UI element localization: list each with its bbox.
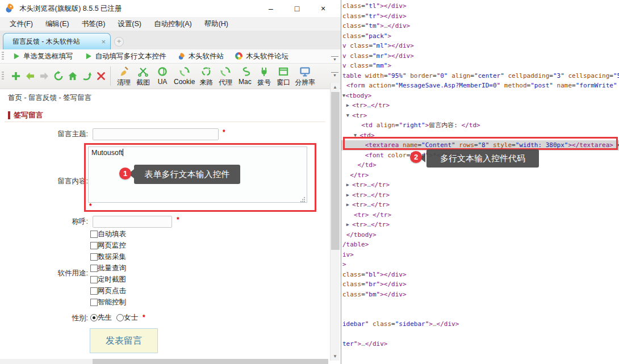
nav-add-button[interactable]	[9, 69, 23, 83]
code-line[interactable]: ▶ <tr>…</tr>	[342, 200, 619, 210]
required-mark: *	[177, 216, 179, 224]
minimize-button[interactable]: –	[258, 0, 284, 17]
nav-home-button[interactable]	[66, 69, 80, 83]
menu-item-help[interactable]: 帮助(H)	[198, 17, 235, 31]
usage-option-row: 定时截图	[90, 274, 126, 284]
checkbox[interactable]	[90, 253, 98, 261]
checkbox[interactable]	[90, 242, 98, 249]
gender-radio[interactable]	[90, 314, 98, 321]
tool-cookie[interactable]: Cookie	[172, 65, 196, 86]
tool-referer[interactable]: 来路	[196, 65, 216, 88]
code-line[interactable]: iv>	[342, 250, 619, 260]
code-line[interactable]: class="bm"></div>	[342, 290, 619, 300]
plug-icon	[258, 66, 270, 77]
bookmark-label: 自动填写多行文本控件	[95, 52, 166, 61]
tool-window[interactable]: 窗口	[274, 65, 293, 88]
code-line[interactable]: ▶ <tr>…</tr>	[342, 101, 619, 111]
code-line[interactable]: class="bl"></div>	[342, 270, 619, 280]
code-line[interactable]: class="pack">	[342, 31, 619, 41]
usage-option-row: 智能控制	[90, 297, 126, 307]
code-line[interactable]: /table>	[342, 240, 619, 250]
menu-item-automation[interactable]: 自动控制(A)	[148, 17, 198, 31]
usage-option-row: 自动填表	[90, 229, 126, 239]
tool-screenshot[interactable]: 截图	[133, 65, 153, 88]
close-button[interactable]: ×	[310, 0, 336, 17]
new-tab-button[interactable]: +	[114, 37, 124, 47]
code-line[interactable]: class="tm">…</div>	[342, 21, 619, 31]
code-line[interactable]: </tr>	[342, 170, 619, 181]
tool-resolution[interactable]: 分辨率	[293, 65, 317, 88]
tab-active[interactable]: 留言反馈 - 木头软件站 ×	[3, 33, 111, 49]
vertical-scrollbar[interactable]: ▲ ▼	[330, 83, 340, 361]
tool-clean[interactable]: 清理	[114, 65, 133, 88]
scroll-down-icon[interactable]: ▼	[331, 352, 340, 361]
code-line[interactable]	[342, 329, 619, 340]
code-line[interactable]: idebar" class="sidebar">…</div>	[342, 319, 619, 329]
checkbox[interactable]	[90, 287, 98, 295]
code-line[interactable]: ▶ <tr>…</tr>	[342, 180, 619, 190]
tool-mac[interactable]: Mac	[235, 65, 254, 86]
scroll-up-icon[interactable]: ▲	[331, 83, 340, 91]
annotation-tooltip-1: 表单多行文本输入控件	[134, 165, 240, 184]
checkbox[interactable]	[90, 265, 98, 272]
code-line[interactable]: ▶ <tr>…</tr>	[342, 220, 619, 230]
nav-return-button[interactable]	[80, 69, 94, 83]
tool-ua[interactable]: UA	[153, 65, 172, 86]
breadcrumb: 首页 - 留言反馈 - 签写留言	[8, 93, 91, 103]
vertical-scroll-thumb[interactable]	[331, 92, 340, 250]
tab-title: 留言反馈 - 木头软件站	[12, 37, 99, 47]
usage-label: 软件用途:	[0, 269, 88, 278]
gender-radio[interactable]	[116, 314, 124, 321]
nav-refresh-button[interactable]	[52, 69, 65, 83]
window-controls: – □ ×	[258, 0, 336, 17]
tool-button-label: 窗口	[277, 78, 290, 87]
nav-stop-button[interactable]	[94, 69, 108, 83]
code-line[interactable]: class="tr"></div>	[342, 11, 619, 22]
window-title: 木头浏览器(旗舰版) 8.5.5 已注册	[19, 4, 122, 14]
subject-input[interactable]	[93, 128, 219, 140]
nav-back-button[interactable]	[23, 69, 37, 83]
checkbox[interactable]	[90, 276, 98, 283]
nav-forward-button[interactable]	[37, 69, 51, 83]
menu-item-edit[interactable]: 编辑(E)	[39, 17, 76, 31]
code-line[interactable]: <tr> </tr>	[342, 210, 619, 220]
usage-option-row: 网页监控	[90, 240, 126, 250]
code-line[interactable]: v class="mr"></div>	[342, 51, 619, 61]
code-line[interactable]	[342, 299, 619, 309]
code-line[interactable]: ▼ <tr>	[342, 111, 619, 121]
code-line[interactable]: table width="95%" border="0" align="cent…	[342, 71, 619, 81]
mac-icon	[239, 66, 250, 77]
bookmark-mutou-site[interactable]: 木头软件站	[172, 49, 230, 64]
code-line[interactable]: ter">…</div>	[342, 339, 619, 349]
checkbox[interactable]	[90, 299, 98, 306]
checkbox-label: 网页点击	[98, 286, 126, 296]
code-line[interactable]: <form action="MessageSave.Asp?MemberID=0…	[342, 81, 619, 91]
code-line[interactable]: ▶ <tr>…</tr>	[342, 190, 619, 200]
menu-item-bookmarks[interactable]: 书签(B)	[76, 17, 112, 31]
code-line[interactable]: class="br"></div>	[342, 279, 619, 290]
menu-item-file[interactable]: 文件(F)	[3, 17, 39, 31]
name-input[interactable]	[93, 216, 172, 228]
bookmark-mutou-forum[interactable]: 木头软件论坛	[229, 49, 294, 64]
submit-button[interactable]: 发表留言	[90, 328, 158, 353]
checkbox[interactable]	[90, 231, 98, 238]
tool-proxy[interactable]: 代理	[216, 65, 235, 88]
code-line[interactable]: class="tl"></div>	[342, 1, 619, 11]
maximize-button[interactable]: □	[284, 0, 310, 17]
tab-close-icon[interactable]: ×	[101, 37, 106, 46]
horizontal-scrollbar[interactable]	[0, 359, 328, 364]
toolbar-overflow-icon[interactable]: ▼	[331, 72, 338, 79]
code-line[interactable]: >	[342, 260, 619, 270]
menu-item-settings[interactable]: 设置(S)	[111, 17, 148, 31]
code-line[interactable]: ▼<tbody>	[342, 91, 619, 101]
bookmarks-overflow-icon[interactable]: ▼	[331, 56, 338, 63]
code-line[interactable]: <td align="right">留言内容: </td>	[342, 120, 619, 131]
bookmark-radio-checkbox-fill[interactable]: 单选复选框填写	[7, 49, 79, 64]
code-line[interactable]	[342, 309, 619, 320]
bookmark-autofill-textarea[interactable]: 自动填写多行文本控件	[79, 49, 172, 64]
horizontal-scroll-thumb[interactable]	[93, 359, 328, 364]
code-line[interactable]: </tbody>	[342, 230, 619, 240]
tool-dial[interactable]: 拨号	[254, 65, 274, 88]
code-line[interactable]: v class="ml"></div>	[342, 41, 619, 51]
code-line[interactable]: v class="mm">	[342, 61, 619, 71]
